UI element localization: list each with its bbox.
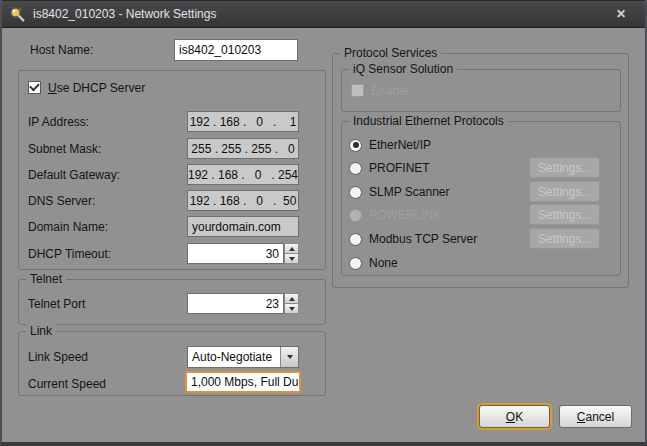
dns-server-label: DNS Server: bbox=[28, 194, 95, 208]
network-settings-dialog: is8402_010203 - Network Settings ✕ Host … bbox=[0, 0, 647, 446]
subnet-mask-label: Subnet Mask: bbox=[28, 142, 101, 156]
telnet-port-label: Telnet Port bbox=[28, 297, 85, 311]
default-gateway-field: 192 . 168 . 0 . 254 bbox=[187, 164, 299, 185]
radio-row-profinet[interactable]: PROFINET bbox=[349, 161, 430, 175]
telnet-port-input[interactable]: 23 bbox=[187, 293, 284, 314]
link-legend: Link bbox=[26, 324, 56, 338]
current-speed-label: Current Speed bbox=[28, 377, 106, 391]
subnet-mask-field: 255 . 255 . 255 . 0 bbox=[187, 138, 299, 159]
link-speed-dropdown[interactable]: Auto-Negotiate bbox=[187, 346, 299, 368]
arrow-down-icon[interactable] bbox=[284, 304, 299, 314]
close-icon[interactable]: ✕ bbox=[607, 4, 635, 24]
radio-icon bbox=[349, 257, 362, 270]
telnet-port-spinner bbox=[284, 293, 299, 314]
radio-icon bbox=[349, 233, 362, 246]
arrow-down-icon[interactable] bbox=[284, 254, 299, 264]
profinet-settings-button: Settings... bbox=[529, 157, 600, 178]
current-speed-field[interactable]: 1,000 Mbps, Full Dup bbox=[185, 371, 301, 393]
link-speed-label: Link Speed bbox=[28, 350, 88, 364]
slmp-settings-button: Settings... bbox=[529, 181, 600, 202]
radio-row-modbus-tcp[interactable]: Modbus TCP Server bbox=[349, 232, 477, 246]
iq-enable-checkbox bbox=[351, 84, 364, 97]
radio-disabled-icon bbox=[349, 209, 362, 222]
host-name-label: Host Name: bbox=[30, 43, 93, 57]
use-dhcp-label: Use DHCP Server bbox=[48, 81, 145, 95]
check-icon bbox=[29, 81, 40, 92]
arrow-up-icon[interactable] bbox=[284, 243, 299, 254]
radio-row-none[interactable]: None bbox=[349, 256, 398, 270]
iq-sensor-legend: iQ Sensor Solution bbox=[349, 62, 457, 76]
arrow-up-icon[interactable] bbox=[284, 293, 299, 304]
protocol-services-legend: Protocol Services bbox=[340, 46, 441, 60]
telnet-legend: Telnet bbox=[26, 272, 66, 286]
radio-icon bbox=[349, 162, 362, 175]
ip-address-label: IP Address: bbox=[28, 115, 89, 129]
magnifier-icon bbox=[9, 6, 25, 22]
domain-name-field: yourdomain.com bbox=[187, 216, 299, 237]
chevron-down-icon[interactable] bbox=[280, 347, 298, 367]
dhcp-timeout-label: DHCP Timeout: bbox=[28, 247, 111, 261]
industrial-protocols-legend: Industrial Ethernet Protocols bbox=[349, 114, 508, 128]
ip-address-field: 192 . 168 . 0 . 1 bbox=[187, 111, 299, 132]
ok-button[interactable]: OK bbox=[479, 405, 550, 428]
radio-row-powerlink: POWERLINK bbox=[349, 208, 441, 222]
dhcp-timeout-spinner bbox=[284, 243, 299, 264]
host-name-input[interactable]: is8402_010203 bbox=[174, 39, 298, 61]
window-title: is8402_010203 - Network Settings bbox=[33, 7, 216, 21]
radio-selected-icon bbox=[349, 139, 362, 152]
powerlink-settings-button: Settings... bbox=[529, 204, 600, 225]
use-dhcp-checkbox[interactable] bbox=[28, 81, 41, 94]
domain-name-label: Domain Name: bbox=[28, 220, 108, 234]
radio-row-ethernet-ip[interactable]: EtherNet/IP bbox=[349, 138, 431, 152]
modbus-settings-button: Settings... bbox=[529, 228, 600, 249]
iq-enable-label: Enable bbox=[371, 84, 408, 98]
dns-server-field: 192 . 168 . 0 . 50 bbox=[187, 190, 299, 211]
radio-row-slmp-scanner[interactable]: SLMP Scanner bbox=[349, 185, 450, 199]
titlebar: is8402_010203 - Network Settings ✕ bbox=[2, 1, 645, 28]
radio-icon bbox=[349, 186, 362, 199]
dhcp-timeout-input[interactable]: 30 bbox=[187, 243, 284, 264]
default-gateway-label: Default Gateway: bbox=[28, 168, 120, 182]
cancel-button[interactable]: Cancel bbox=[559, 405, 632, 428]
